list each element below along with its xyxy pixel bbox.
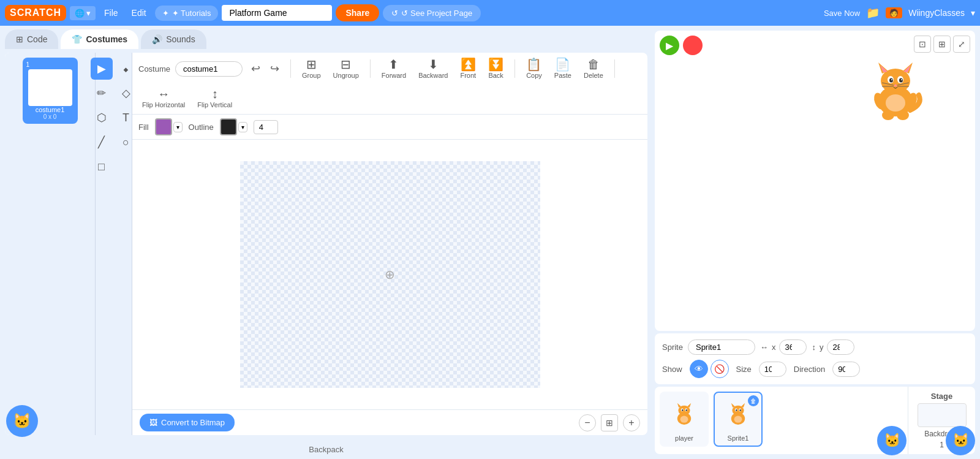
costume-name-input[interactable]	[175, 61, 243, 77]
user-avatar: 🧑	[886, 7, 902, 18]
zoom-out-button[interactable]: −	[579, 414, 596, 431]
x-input[interactable]	[779, 340, 807, 355]
small-stage-button[interactable]: ⊡	[914, 36, 931, 53]
color-bar: Fill ▾ Outline ▾	[132, 115, 647, 140]
group-icon: ⊞	[306, 58, 317, 70]
back-button[interactable]: ⏬ Back	[484, 56, 507, 81]
fill-color-dropdown[interactable]: ▾	[173, 122, 183, 132]
sprite-thumb-player[interactable]: player	[660, 392, 709, 447]
left-panel: ⊞ Code 👕 Costumes 🔊 Sounds 1 costume1 0 …	[0, 26, 652, 459]
tab-sounds-label: Sounds	[166, 34, 195, 44]
sprite-row: Sprite ↔ x ↕ y	[662, 340, 968, 355]
see-project-button[interactable]: ↺ ↺ See Project Page	[383, 5, 481, 21]
coord-y-section: ↕ y	[812, 340, 854, 355]
costume-item[interactable]: 1 costume1 0 x 0	[23, 58, 78, 124]
flip-horizontal-button[interactable]: ↔ Flip Horizontal	[138, 86, 189, 110]
normal-stage-button[interactable]: ⊞	[933, 36, 951, 53]
delete-button[interactable]: 🗑 Delete	[580, 56, 607, 81]
direction-input[interactable]	[832, 362, 860, 377]
size-input[interactable]	[759, 362, 786, 377]
stage-backdrop-preview	[918, 403, 967, 427]
paste-button[interactable]: 📄 Paste	[551, 56, 575, 81]
backward-icon: ⬇	[428, 58, 439, 70]
show-hide-buttons: 👁 🚫	[690, 360, 729, 378]
copy-label: Copy	[526, 72, 542, 79]
file-menu[interactable]: File	[99, 6, 123, 20]
front-button[interactable]: ⏫ Front	[456, 56, 480, 81]
zoom-fit-button[interactable]: ⊞	[601, 414, 618, 431]
y-input[interactable]	[827, 340, 854, 355]
edit-menu[interactable]: Edit	[127, 6, 151, 20]
add-costume-button[interactable]: 🐱	[6, 405, 38, 437]
backpack-bar[interactable]: Backpack	[0, 440, 652, 459]
flip-v-tool-group: ↕ Flip Vertical	[194, 86, 236, 110]
svg-point-29	[685, 409, 687, 411]
group-button[interactable]: ⊞ Group	[298, 56, 325, 81]
sprite-thumb-sprite1[interactable]: 🗑 Spri	[714, 392, 763, 447]
svg-point-39	[734, 416, 742, 423]
hide-sprite-button[interactable]: 🚫	[710, 360, 729, 378]
topbar: SCRATCH 🌐 ▾ File Edit ✦ ✦ Tutorials Shar…	[0, 0, 980, 26]
tool-row-5: □	[91, 156, 137, 178]
forward-button[interactable]: ⬆ Forward	[378, 56, 410, 81]
direction-label: Direction	[794, 365, 825, 374]
select-tool[interactable]: ▶	[91, 58, 113, 80]
back-label: Back	[488, 72, 503, 79]
ungroup-button[interactable]: ⊟ Ungroup	[330, 56, 363, 81]
flip-h-label: Flip Horizontal	[142, 101, 185, 108]
svg-point-9	[899, 78, 903, 83]
rectangle-tool[interactable]: □	[91, 156, 113, 178]
show-sprite-button[interactable]: 👁	[690, 360, 708, 378]
svg-point-1	[881, 69, 910, 93]
costume-label: Costume	[138, 64, 170, 74]
outline-color-swatch[interactable]	[220, 118, 237, 135]
line-tool[interactable]: ╱	[91, 131, 113, 153]
front-tool-group: ⏫ Front	[456, 56, 480, 81]
outline-color-dropdown[interactable]: ▾	[238, 122, 247, 132]
redo-button[interactable]: ↪	[266, 61, 283, 77]
convert-label: Convert to Bitmap	[161, 418, 225, 427]
add-backdrop-button[interactable]: 🐱	[877, 426, 907, 455]
flip-h-tool-group: ↔ Flip Horizontal	[138, 86, 189, 110]
costume-list: 1 costume1 0 x 0	[5, 53, 96, 435]
brush-tool[interactable]: ✏	[91, 82, 113, 104]
sprite-name-input[interactable]	[688, 340, 755, 355]
save-now-button[interactable]: Save Now	[824, 9, 860, 18]
stage-cat	[865, 55, 926, 123]
sprites-list: player 🗑	[655, 387, 908, 454]
copy-tool-group: 📋 Copy	[522, 56, 546, 81]
zoom-in-button[interactable]: +	[623, 414, 640, 431]
forward-tool-group: ⬆ Forward	[378, 56, 410, 81]
delete-tool-group: 🗑 Delete	[580, 56, 607, 81]
project-name-input[interactable]	[222, 5, 332, 21]
tab-code[interactable]: ⊞ Code	[5, 29, 58, 49]
outline-width-input[interactable]	[254, 120, 278, 134]
tab-costumes[interactable]: 👕 Costumes	[61, 29, 138, 49]
tab-sounds[interactable]: 🔊 Sounds	[141, 29, 206, 49]
globe-button[interactable]: 🌐 ▾	[70, 6, 96, 20]
sprite1-delete-badge[interactable]: 🗑	[748, 395, 759, 406]
copy-button[interactable]: 📋 Copy	[522, 56, 546, 81]
stop-button[interactable]	[683, 36, 703, 55]
fill-tool[interactable]: ⬡	[91, 107, 113, 129]
add-sprite-button[interactable]: 🐱	[946, 426, 975, 455]
convert-bitmap-button[interactable]: 🖼 Convert to Bitmap	[140, 414, 235, 431]
share-button[interactable]: Share	[336, 4, 379, 21]
fill-color-swatch[interactable]	[155, 118, 172, 135]
tutorials-button[interactable]: ✦ ✦ Tutorials	[155, 6, 219, 21]
folder-button[interactable]: 📁	[866, 6, 880, 20]
green-flag-button[interactable]: ▶	[660, 36, 679, 55]
fullscreen-button[interactable]: ⤢	[953, 36, 970, 53]
flip-vertical-button[interactable]: ↕ Flip Vertical	[194, 86, 236, 110]
costume-name-section: Costume	[138, 61, 243, 77]
add-costume-icon: 🐱	[13, 412, 31, 430]
separator-3	[514, 59, 515, 78]
x-label: x	[772, 343, 776, 352]
tab-costumes-label: Costumes	[86, 34, 127, 44]
backward-button[interactable]: ⬇ Backward	[415, 56, 451, 81]
flip-vertical-icon: ↕	[212, 88, 218, 100]
ungroup-tool-group: ⊟ Ungroup	[330, 56, 363, 81]
ungroup-label: Ungroup	[333, 72, 359, 79]
drawing-canvas[interactable]: ⊕	[132, 140, 647, 409]
undo-button[interactable]: ↩	[247, 61, 264, 77]
